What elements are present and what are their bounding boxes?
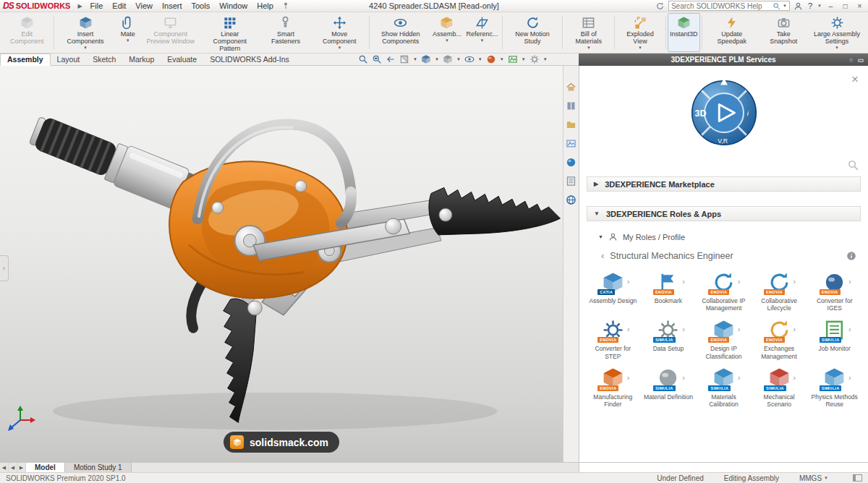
hud-caret-icon[interactable]: ▼ — [522, 57, 526, 61]
app-tile-converter-for-iges[interactable]: ENOVIA › Converter for IGES — [807, 268, 862, 312]
minimize-button[interactable]: – — [825, 1, 836, 12]
zoom-area-icon[interactable] — [372, 54, 382, 64]
taskpane-toggle-icon[interactable] — [853, 474, 862, 482]
display-style-icon[interactable] — [443, 54, 453, 64]
hide-show-items-icon[interactable] — [464, 54, 475, 64]
ribbon-button-move-component[interactable]: Move Component ▼ — [312, 13, 367, 52]
ribbon-button-show-hidden-components[interactable]: Show Hidden Components — [371, 13, 430, 52]
chevron-right-icon[interactable]: › — [738, 277, 741, 286]
zoom-fit-icon[interactable] — [358, 54, 368, 64]
tab-markup[interactable]: Markup — [122, 54, 161, 65]
menu-expand-icon[interactable]: ▶ — [75, 3, 85, 9]
chevron-right-icon[interactable]: › — [627, 373, 630, 382]
previous-view-icon[interactable] — [386, 54, 396, 64]
dropdown-caret-icon[interactable]: ▼ — [480, 38, 485, 43]
chevron-right-icon[interactable]: › — [793, 325, 796, 333]
tab-assembly[interactable]: Assembly — [0, 54, 51, 66]
dropdown-caret-icon[interactable]: ▼ — [126, 38, 130, 43]
graphics-area[interactable]: ‹ solidsmack.com — [0, 66, 563, 462]
menu-pin-icon[interactable] — [281, 1, 290, 10]
close-button[interactable]: × — [854, 1, 865, 12]
menu-window[interactable]: Window — [215, 1, 252, 10]
chevron-right-icon[interactable]: › — [627, 325, 630, 333]
custom-properties-icon[interactable] — [566, 176, 576, 187]
3d-model-spreader[interactable] — [0, 66, 563, 462]
apply-scene-icon[interactable] — [508, 54, 518, 64]
chevron-right-icon[interactable]: › — [793, 277, 796, 286]
ribbon-button-exploded-view[interactable]: Exploded View ▼ — [616, 13, 663, 52]
maximize-button[interactable]: □ — [840, 1, 851, 12]
sync-status-icon[interactable] — [655, 1, 665, 11]
dropdown-caret-icon[interactable]: ▼ — [83, 46, 88, 50]
search-icon[interactable] — [773, 2, 780, 10]
hud-caret-icon[interactable]: ▼ — [435, 57, 439, 61]
view-orientation-icon[interactable] — [421, 54, 431, 64]
app-tile-partial[interactable] — [585, 415, 641, 418]
app-tile-data-setup[interactable]: SIMULIA › Data Setup — [641, 315, 697, 359]
app-tile-collaborative-lifecycle[interactable]: ENOVIA › Collaborative Lifecycle — [752, 268, 807, 312]
chevron-right-icon[interactable]: › — [738, 373, 741, 382]
app-tile-partial[interactable] — [696, 415, 752, 418]
dropdown-caret-icon[interactable]: ▼ — [445, 38, 449, 43]
ribbon-button-linear-component-pattern[interactable]: Linear Component Pattern ▼ — [200, 13, 260, 52]
chevron-right-icon[interactable]: › — [848, 277, 851, 286]
app-tile-material-definition[interactable]: SIMULIA › Material Definition — [641, 364, 697, 408]
app-tile-design-ip-classification[interactable]: ENOVIA › Design IP Classification — [696, 315, 752, 359]
app-tile-bookmark[interactable]: ENOVIA › Bookmark — [641, 268, 697, 312]
ribbon-button-new-motion-study[interactable]: New Motion Study — [504, 13, 561, 52]
chevron-right-icon[interactable]: › — [627, 277, 630, 286]
ribbon-button-mate[interactable]: Mate ▼ — [115, 13, 141, 52]
app-tile-manufacturing-finder[interactable]: ENOVIA › Manufacturing Finder — [585, 364, 641, 408]
dropdown-caret-icon[interactable]: ▼ — [835, 46, 839, 50]
section-roles-apps[interactable]: ▼ 3DEXPERIENCE Roles & Apps — [587, 206, 861, 221]
ribbon-button-component-preview-window[interactable]: Component Preview Window — [141, 13, 200, 52]
home-icon[interactable] — [566, 82, 576, 93]
ribbon-button-bill-of-materials[interactable]: Bill of Materials ▼ — [564, 13, 613, 52]
ribbon-button-instant3d[interactable]: Instant3D — [668, 13, 700, 52]
tab-solidworks-add-ins[interactable]: SOLIDWORKS Add-Ins — [203, 54, 296, 65]
taskpane-pin-icon[interactable]: ▭ — [857, 56, 864, 64]
app-tile-materials-calibration[interactable]: SIMULIA › Materials Calibration — [696, 364, 752, 408]
hud-caret-icon[interactable]: ▼ — [413, 57, 417, 61]
3dexperience-compass-logo[interactable]: 3D V,R i — [686, 74, 762, 151]
role-row[interactable]: ‹ Structural Mechanics Engineer — [579, 241, 868, 261]
chevron-right-icon[interactable]: › — [738, 325, 741, 333]
app-tile-partial[interactable] — [752, 415, 807, 418]
tab-scroll-right-icon[interactable]: ▶ — [17, 463, 26, 472]
appearances-icon[interactable] — [566, 157, 576, 168]
tab-scroll-left-icon[interactable]: ◀ — [9, 463, 17, 472]
app-tile-partial[interactable] — [807, 415, 862, 418]
edit-appearance-icon[interactable] — [486, 54, 496, 64]
menu-help[interactable]: Help — [252, 1, 278, 10]
file-explorer-icon[interactable] — [566, 119, 576, 130]
back-chevron-icon[interactable]: ‹ — [601, 250, 604, 261]
ribbon-button-take-snapshot[interactable]: Take Snapshot — [760, 13, 807, 52]
chevron-right-icon[interactable]: › — [848, 373, 851, 382]
tab-layout[interactable]: Layout — [51, 54, 87, 65]
app-tile-exchanges-management[interactable]: ENOVIA › Exchanges Management — [752, 315, 807, 359]
chevron-right-icon[interactable]: › — [682, 373, 685, 382]
ribbon-button-smart-fasteners[interactable]: Smart Fasteners — [260, 13, 312, 52]
view-palette-icon[interactable] — [566, 138, 576, 149]
user-account-icon[interactable] — [793, 1, 803, 11]
app-tile-physics-methods-reuse[interactable]: SIMULIA › Physics Methods Reuse — [807, 364, 862, 408]
help-menu-button[interactable]: ? — [807, 1, 814, 10]
chevron-right-icon[interactable]: › — [682, 325, 685, 333]
search-options-caret-icon[interactable]: ▼ — [783, 4, 787, 8]
chevron-right-icon[interactable]: › — [848, 325, 851, 333]
section-view-icon[interactable] — [399, 54, 409, 64]
tab-evaluate[interactable]: Evaluate — [161, 54, 203, 65]
ribbon-button-assembly-features[interactable]: Assemb... ▼ — [430, 13, 464, 52]
app-tile-job-monitor[interactable]: SIMULIA › Job Monitor — [807, 315, 862, 359]
hud-caret-icon[interactable]: ▼ — [478, 57, 482, 61]
chevron-right-icon[interactable]: › — [793, 373, 796, 382]
ribbon-button-edit-component[interactable]: Edit Component — [1, 13, 52, 52]
tab-scroll-start-icon[interactable]: ◀ — [0, 463, 9, 472]
view-settings-icon[interactable] — [529, 54, 540, 64]
app-tile-partial[interactable] — [641, 415, 697, 418]
ribbon-button-reference-geometry[interactable]: Referenc... ▼ — [464, 13, 501, 52]
menu-insert[interactable]: Insert — [158, 1, 187, 10]
menu-edit[interactable]: Edit — [108, 1, 130, 10]
tab-sketch[interactable]: Sketch — [86, 54, 122, 65]
app-tile-collaborative-ip-management[interactable]: ENOVIA › Collaborative IP Management — [696, 268, 752, 312]
